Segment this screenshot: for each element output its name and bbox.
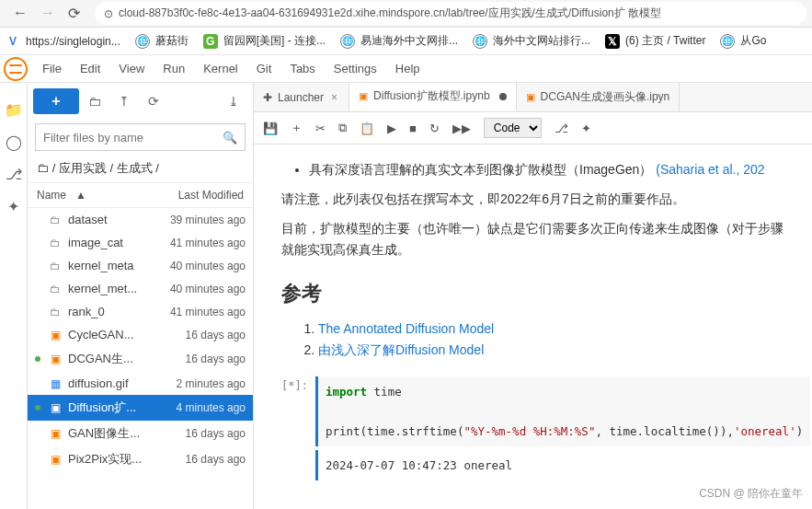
back-icon[interactable]: ←	[13, 5, 28, 22]
menu-settings[interactable]: Settings	[332, 58, 379, 79]
notebook-icon: ▣	[359, 90, 368, 102]
site-info-icon[interactable]: ⊙	[104, 7, 113, 20]
new-launcher-button[interactable]: +	[33, 88, 79, 114]
url-text: cloud-887b3f0c-fe8c-4e13-aa04-631694931e…	[119, 6, 661, 21]
stop-icon[interactable]: ■	[409, 121, 417, 135]
globe-icon: 🌐	[340, 34, 355, 49]
menu-bar: File Edit View Run Kernel Git Tabs Setti…	[0, 55, 812, 83]
extension-icon[interactable]: ✦	[7, 198, 19, 215]
reference-link-2[interactable]: 由浅入深了解Diffusion Model	[318, 342, 484, 357]
file-name: kernel_met...	[68, 282, 165, 295]
browser-bar: ← → ⟳ ⊙ cloud-887b3f0c-fe8c-4e13-aa04-63…	[0, 0, 812, 28]
menu-run[interactable]: Run	[161, 58, 187, 79]
menu-tabs[interactable]: Tabs	[288, 58, 316, 79]
tab-diffusion[interactable]: ▣ Diffusion扩散模型.ipynb	[349, 83, 517, 111]
bookmark-twitter[interactable]: 𝕏(6) 主页 / Twitter	[605, 33, 705, 49]
file-time: 4 minutes ago	[177, 401, 246, 414]
running-indicator-icon	[35, 405, 40, 411]
render-icon[interactable]: ✦	[581, 121, 591, 135]
file-row[interactable]: 🗀kernel_met...40 minutes ago	[28, 277, 253, 300]
folder-icon: 🗀	[48, 283, 63, 295]
breadcrumb[interactable]: 🗀 / 应用实践 / 生成式 /	[28, 155, 253, 182]
file-name: GAN图像生...	[68, 425, 180, 442]
jupyter-logo-icon[interactable]	[4, 57, 28, 81]
paste-icon[interactable]: 📋	[360, 121, 374, 135]
file-row[interactable]: 🗀rank_041 minutes ago	[28, 300, 253, 323]
file-time: 16 days ago	[186, 453, 246, 466]
git-pull-icon[interactable]: ⤓	[220, 88, 247, 114]
list-item: 具有深度语言理解的真实文本到图像扩散模型（ImageGen） (Saharia …	[309, 159, 794, 181]
file-row[interactable]: ▣DCGAN生...16 days ago	[28, 346, 253, 372]
browser-nav: ← → ⟳	[6, 5, 87, 22]
file-name: Pix2Pix实现...	[68, 451, 180, 468]
close-icon[interactable]: ×	[329, 91, 339, 104]
menu-git[interactable]: Git	[255, 58, 274, 79]
refresh-icon[interactable]: ⟳	[140, 88, 167, 114]
menu-help[interactable]: Help	[394, 58, 422, 79]
bookmark-liuyuan[interactable]: G留园网[美国] - 连接...	[203, 33, 326, 49]
tab-launcher[interactable]: ✚ Launcher ×	[254, 83, 349, 111]
file-name: DCGAN生...	[68, 351, 180, 367]
bookmark-yidi[interactable]: 🌐易迪海外中文网排...	[340, 33, 458, 49]
file-row[interactable]: 🗀dataset39 minutes ago	[28, 208, 253, 231]
header-name[interactable]: Name ▲	[37, 189, 86, 202]
add-cell-icon[interactable]: ＋	[291, 120, 303, 136]
code-cell[interactable]: [*]: import time print(time.strftime("%Y…	[281, 376, 794, 480]
citation-link[interactable]: (Saharia et al., 202	[656, 162, 764, 177]
file-row[interactable]: 🗀image_cat41 minutes ago	[28, 231, 253, 254]
run-icon[interactable]: ▶	[387, 121, 396, 135]
filebrowser-icon[interactable]: 📁	[5, 101, 23, 119]
url-bar[interactable]: ⊙ cloud-887b3f0c-fe8c-4e13-aa04-63169493…	[95, 2, 806, 25]
running-indicator-icon	[35, 356, 40, 362]
file-row[interactable]: ▣CycleGAN...16 days ago	[28, 323, 253, 346]
favicon-v-icon: V	[6, 34, 20, 49]
nb-icon: ▣	[48, 353, 63, 365]
file-row[interactable]: ▦diffusion.gif2 minutes ago	[28, 372, 253, 395]
file-time: 40 minutes ago	[170, 260, 246, 272]
bookmarks-bar: Vhttps://singlelogin... 🌐蘑菇街 G留园网[美国] - …	[0, 28, 812, 55]
file-filter-input[interactable]: 🔍	[35, 123, 246, 151]
tab-dcgan[interactable]: ▣ DCGAN生成漫画头像.ipyn	[517, 83, 680, 111]
reference-link-1[interactable]: The Annotated Diffusion Model	[318, 321, 494, 336]
menu-edit[interactable]: Edit	[78, 58, 102, 79]
file-name: Diffusion扩...	[68, 399, 171, 416]
bookmark-mogujie[interactable]: 🌐蘑菇街	[135, 33, 189, 49]
file-row[interactable]: ▣GAN图像生...16 days ago	[28, 421, 253, 446]
launcher-icon: ✚	[263, 91, 272, 104]
file-list-header[interactable]: Name ▲ Last Modified	[28, 182, 253, 208]
git-icon[interactable]: ⎇	[555, 121, 568, 135]
new-folder-icon[interactable]: 🗀	[81, 88, 109, 114]
bookmark-haiwai[interactable]: 🌐海外中文网站排行...	[473, 33, 590, 49]
cell-code[interactable]: import time print(time.strftime("%Y-%m-%…	[315, 376, 810, 446]
favicon-x-icon: 𝕏	[605, 34, 620, 49]
paragraph: 目前，扩散模型的主要（也许唯一）缺点是它们需要多次正向传递来生成图像（对于步骤就…	[281, 218, 794, 262]
globe-icon: 🌐	[135, 34, 150, 49]
file-row[interactable]: ▣Diffusion扩...4 minutes ago	[28, 395, 253, 421]
file-browser: + 🗀 ⤒ ⟳ ⤓ 🔍 🗀 / 应用实践 / 生成式 / Name ▲ Last…	[28, 83, 254, 509]
menu-view[interactable]: View	[117, 58, 146, 79]
menu-file[interactable]: File	[40, 58, 63, 79]
notebook-area: ✚ Launcher × ▣ Diffusion扩散模型.ipynb ▣ DCG…	[254, 83, 812, 509]
copy-icon[interactable]: ⧉	[338, 121, 347, 135]
bookmark-singlelogin[interactable]: Vhttps://singlelogin...	[6, 34, 120, 49]
bookmark-go[interactable]: 🌐从Go	[720, 33, 766, 49]
header-modified[interactable]: Last Modified	[178, 189, 244, 202]
cut-icon[interactable]: ✂	[315, 121, 326, 135]
restart-icon[interactable]: ↻	[429, 121, 440, 135]
fastforward-icon[interactable]: ▶▶	[452, 121, 471, 135]
reload-icon[interactable]: ⟳	[68, 5, 80, 22]
file-time: 16 days ago	[186, 329, 246, 341]
menu-kernel[interactable]: Kernel	[201, 58, 240, 79]
filter-input[interactable]	[43, 131, 223, 145]
file-time: 39 minutes ago	[170, 214, 246, 226]
file-row[interactable]: ▣Pix2Pix实现...16 days ago	[28, 446, 253, 472]
file-row[interactable]: 🗀kernel_meta40 minutes ago	[28, 254, 253, 277]
tab-bar: ✚ Launcher × ▣ Diffusion扩散模型.ipynb ▣ DCG…	[254, 83, 812, 112]
running-icon[interactable]: ◯	[6, 133, 22, 151]
save-icon[interactable]: 💾	[263, 121, 278, 135]
file-name: CycleGAN...	[68, 328, 180, 341]
upload-icon[interactable]: ⤒	[110, 88, 138, 114]
git-icon[interactable]: ⎇	[6, 166, 22, 183]
forward-icon[interactable]: →	[40, 5, 55, 22]
cell-type-select[interactable]: Code	[484, 118, 542, 138]
